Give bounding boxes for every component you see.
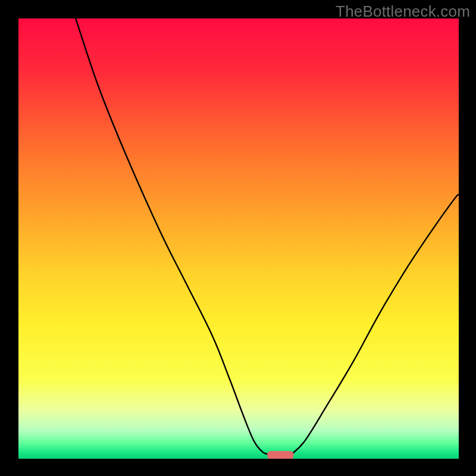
gradient-background <box>18 18 459 459</box>
bottleneck-chart <box>0 0 476 476</box>
chart-frame: TheBottleneck.com <box>0 0 476 476</box>
optimum-marker <box>267 451 293 459</box>
attribution-text: TheBottleneck.com <box>336 2 470 21</box>
